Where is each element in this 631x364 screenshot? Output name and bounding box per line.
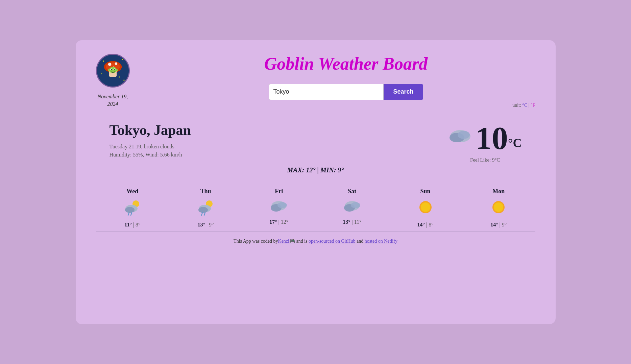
forecast-icon [343, 198, 362, 216]
forecast-max: 11° [124, 222, 132, 227]
forecast-temps: 13° | 9° [198, 222, 214, 228]
svg-line-32 [204, 213, 205, 215]
forecast-min: | 9° [500, 222, 507, 227]
svg-point-40 [421, 202, 430, 212]
forecast-day: Fri 17° | 12° [242, 188, 316, 225]
temp-row: 10°C [448, 122, 521, 154]
svg-point-1 [102, 60, 104, 62]
forecast-min: | 11° [352, 219, 362, 225]
feel-like: Feel Like: 9°C [470, 157, 500, 163]
forecast-day-name: Sat [348, 188, 356, 195]
svg-point-9 [115, 62, 117, 65]
forecast-max: 13° [343, 219, 350, 225]
header-divider [96, 115, 535, 115]
city-name: Tokyo, Japan [110, 122, 191, 138]
avatar [96, 54, 130, 88]
footer: This App was coded byKenzi🎮 and is open-… [96, 238, 535, 244]
svg-point-16 [111, 69, 112, 70]
svg-point-5 [123, 79, 125, 81]
svg-line-31 [201, 213, 202, 215]
search-input[interactable] [269, 84, 384, 100]
footer-text3: and [355, 239, 364, 244]
max-min-display: MAX: 12° | MIN: 9° [96, 166, 535, 174]
svg-point-17 [114, 69, 115, 70]
forecast-temps: 14° | 9° [490, 222, 507, 228]
svg-point-4 [101, 73, 102, 74]
forecast-day: Wed 11° | 8° [96, 188, 169, 228]
forecast-row: Wed 11° | 8° Thu [96, 181, 535, 232]
forecast-temps: 14° | 8° [417, 222, 434, 228]
temperature-display: 10°C [476, 122, 521, 154]
forecast-max: 14° [417, 222, 425, 227]
svg-point-38 [351, 202, 360, 208]
svg-point-25 [125, 207, 135, 213]
current-weather-icon [448, 125, 472, 151]
forecast-day-name: Mon [492, 188, 505, 195]
forecast-max: 17° [269, 219, 277, 225]
netlify-link[interactable]: hosted on Netlify [365, 239, 397, 244]
forecast-min: | 12° [278, 219, 289, 225]
forecast-day: Sun 14° | 8° [389, 188, 462, 228]
forecast-min: | 8° [426, 222, 434, 227]
unit-toggle: unit: °C | °F [512, 103, 535, 108]
forecast-max: 14° [490, 222, 498, 227]
svg-point-3 [118, 76, 120, 77]
forecast-day: Sat 13° | 11° [316, 188, 389, 225]
forecast-icon [123, 198, 142, 218]
fahrenheit-toggle[interactable]: °F [531, 103, 535, 108]
forecast-day: Mon 14° | 9° [462, 188, 535, 228]
app-container: November 19, 2024 Goblin Weather Board S… [76, 40, 556, 324]
header-center: Goblin Weather Board Search unit: °C | °… [130, 54, 535, 108]
footer-text1: This App was coded by [234, 239, 278, 244]
forecast-temps: 11° | 8° [124, 222, 140, 228]
weather-main: Tokyo, Japan Tuesday 21:19, broken cloud… [96, 122, 535, 163]
min-label: MIN: [320, 166, 336, 174]
forecast-icon [196, 198, 215, 218]
header-left: November 19, 2024 [96, 54, 130, 108]
weather-description: Tuesday 21:19, broken clouds [110, 144, 191, 150]
github-link[interactable]: open-sourced on GitHub [309, 239, 355, 244]
weather-humidity: Humidity: 55%, Wind: 5.66 km/h [110, 152, 191, 158]
min-value: 9° [338, 166, 344, 174]
forecast-max: 13° [198, 222, 205, 227]
svg-point-42 [494, 202, 503, 212]
forecast-min: | 9° [207, 222, 214, 227]
max-label: MAX: [287, 166, 304, 174]
app-title: Goblin Weather Board [264, 54, 428, 74]
forecast-temps: 17° | 12° [269, 219, 288, 225]
celsius-toggle[interactable]: °C [522, 103, 527, 108]
forecast-day-name: Sun [420, 188, 431, 195]
footer-author[interactable]: Kenzi🎮 [278, 239, 295, 244]
forecast-icon [417, 198, 434, 218]
weather-right: 10°C Feel Like: 9°C [448, 122, 521, 163]
svg-point-35 [277, 202, 287, 208]
date-display: November 19, 2024 [98, 93, 128, 108]
footer-text2: and is [295, 239, 309, 244]
svg-point-2 [122, 59, 123, 60]
forecast-min: | 8° [133, 222, 141, 227]
forecast-day: Thu 13° | 9° [169, 188, 242, 228]
max-value: 12° [306, 166, 316, 174]
forecast-temps: 13° | 11° [343, 219, 361, 225]
svg-line-27 [131, 213, 132, 215]
svg-point-8 [108, 63, 111, 66]
search-button[interactable]: Search [384, 84, 423, 100]
search-row: Search [269, 84, 423, 100]
max-min-separator: | [317, 166, 320, 174]
svg-point-22 [458, 131, 470, 139]
svg-point-30 [198, 207, 208, 213]
svg-line-26 [128, 213, 129, 215]
weather-left: Tokyo, Japan Tuesday 21:19, broken cloud… [110, 122, 191, 158]
header: November 19, 2024 Goblin Weather Board S… [96, 54, 535, 108]
forecast-icon [269, 198, 288, 216]
forecast-day-name: Wed [126, 188, 138, 195]
forecast-icon [490, 198, 507, 218]
unit-label: unit: [512, 103, 521, 108]
forecast-day-name: Thu [200, 188, 211, 195]
forecast-day-name: Fri [275, 188, 283, 195]
